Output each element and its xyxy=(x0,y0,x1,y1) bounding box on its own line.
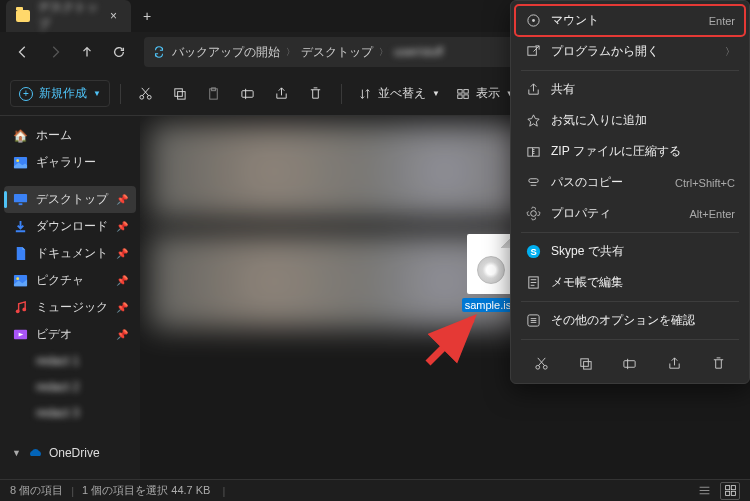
properties-icon xyxy=(525,206,541,222)
ctx-delete-button[interactable] xyxy=(705,349,733,377)
zip-icon xyxy=(525,144,541,160)
view-icon xyxy=(456,87,470,101)
sort-label: 並べ替え xyxy=(378,85,426,102)
details-view-button[interactable] xyxy=(694,482,714,500)
ctx-item-share[interactable]: 共有 xyxy=(515,74,745,105)
svg-point-18 xyxy=(22,308,26,312)
separator xyxy=(521,301,739,302)
svg-point-16 xyxy=(16,277,19,280)
ctx-item-skype[interactable]: S Skype で共有 xyxy=(515,236,745,267)
svg-point-32 xyxy=(543,365,547,369)
svg-rect-13 xyxy=(13,194,26,202)
ctx-item-favorite[interactable]: お気に入りに追加 xyxy=(515,105,745,136)
gallery-icon xyxy=(12,155,28,171)
chevron-down-icon: ▼ xyxy=(432,89,440,98)
close-icon[interactable]: × xyxy=(106,9,121,23)
svg-rect-7 xyxy=(458,89,462,93)
ctx-copy-button[interactable] xyxy=(572,349,600,377)
separator: | xyxy=(71,485,74,497)
mount-icon xyxy=(525,13,541,29)
sidebar-item-home[interactable]: 🏠ホーム xyxy=(4,122,136,149)
breadcrumb-desktop[interactable]: デスクトップ xyxy=(301,44,373,61)
rename-button[interactable] xyxy=(233,79,263,109)
svg-rect-2 xyxy=(175,89,183,97)
back-button[interactable] xyxy=(8,37,38,67)
up-button[interactable] xyxy=(72,37,102,67)
refresh-button[interactable] xyxy=(104,37,134,67)
share-icon xyxy=(525,82,541,98)
svg-point-12 xyxy=(16,159,19,162)
forward-button[interactable] xyxy=(40,37,70,67)
separator xyxy=(521,70,739,71)
pin-icon: 📌 xyxy=(116,248,128,259)
svg-rect-23 xyxy=(527,47,535,55)
home-icon: 🏠 xyxy=(12,128,28,144)
sidebar-item-downloads[interactable]: ダウンロード📌 xyxy=(4,213,136,240)
pin-icon: 📌 xyxy=(116,221,128,232)
sidebar-item-pictures[interactable]: ピクチャ📌 xyxy=(4,267,136,294)
svg-text:S: S xyxy=(530,247,536,257)
ctx-cut-button[interactable] xyxy=(527,349,555,377)
cut-button[interactable] xyxy=(131,79,161,109)
svg-rect-25 xyxy=(528,179,537,183)
sidebar-item-folder[interactable]: redact 1 xyxy=(4,348,136,374)
more-options-icon xyxy=(525,313,541,329)
sidebar-item-documents[interactable]: ドキュメント📌 xyxy=(4,240,136,267)
plus-circle-icon: + xyxy=(19,87,33,101)
sidebar-item-videos[interactable]: ビデオ📌 xyxy=(4,321,136,348)
sidebar-item-music[interactable]: ミュージック📌 xyxy=(4,294,136,321)
breadcrumb-blurred[interactable]: user/stuff xyxy=(394,45,443,59)
sidebar-item-folder[interactable]: redact 3 xyxy=(4,400,136,426)
sort-icon xyxy=(358,87,372,101)
sidebar-item-folder[interactable]: redact 2 xyxy=(4,374,136,400)
ctx-share-button[interactable] xyxy=(660,349,688,377)
svg-rect-8 xyxy=(464,89,468,93)
new-tab-button[interactable]: + xyxy=(131,8,163,24)
svg-rect-10 xyxy=(464,94,468,98)
folder-icon xyxy=(12,405,28,421)
new-button[interactable]: + 新規作成 ▼ xyxy=(10,80,110,107)
ctx-item-zip[interactable]: ZIP ファイルに圧縮する xyxy=(515,136,745,167)
tab-active[interactable]: デスクトップ × xyxy=(6,0,131,32)
delete-button[interactable] xyxy=(301,79,331,109)
svg-rect-34 xyxy=(584,361,592,369)
svg-rect-9 xyxy=(458,94,462,98)
svg-rect-37 xyxy=(731,486,735,490)
ctx-item-notepad[interactable]: メモ帳で編集 xyxy=(515,267,745,298)
ctx-rename-button[interactable] xyxy=(616,349,644,377)
folder-icon xyxy=(16,10,30,22)
tab-title: デスクトップ xyxy=(38,0,98,33)
sidebar-item-gallery[interactable]: ギャラリー xyxy=(4,149,136,176)
pin-icon: 📌 xyxy=(116,194,128,205)
ctx-item-more-options[interactable]: その他のオプションを確認 xyxy=(515,305,745,336)
open-with-icon xyxy=(525,44,541,60)
ctx-item-mount[interactable]: マウント Enter xyxy=(515,5,745,36)
separator xyxy=(341,84,342,104)
notepad-icon xyxy=(525,275,541,291)
copy-button[interactable] xyxy=(165,79,195,109)
icons-view-button[interactable] xyxy=(720,482,740,500)
ctx-item-properties[interactable]: プロパティ Alt+Enter xyxy=(515,198,745,229)
paste-button[interactable] xyxy=(199,79,229,109)
ctx-item-open-with[interactable]: プログラムから開く 〉 xyxy=(515,36,745,67)
chevron-down-icon[interactable]: ▼ xyxy=(12,448,21,458)
chevron-right-icon: 〉 xyxy=(725,45,735,59)
iso-file-icon xyxy=(467,234,515,294)
sidebar-item-desktop[interactable]: デスクトップ📌 xyxy=(4,186,136,213)
folder-icon xyxy=(12,353,28,369)
chevron-right-icon: 〉 xyxy=(286,46,295,59)
chevron-down-icon: ▼ xyxy=(93,89,101,98)
status-count: 8 個の項目 xyxy=(10,483,63,498)
star-icon xyxy=(525,113,541,129)
share-button[interactable] xyxy=(267,79,297,109)
svg-rect-3 xyxy=(178,92,186,100)
sidebar-item-onedrive[interactable]: ▼ OneDrive xyxy=(4,440,136,466)
new-label: 新規作成 xyxy=(39,85,87,102)
sort-button[interactable]: 並べ替え ▼ xyxy=(352,81,446,106)
copy-path-icon xyxy=(525,175,541,191)
svg-point-0 xyxy=(140,95,144,99)
breadcrumb-backup[interactable]: バックアップの開始 xyxy=(172,44,280,61)
ctx-item-copy-path[interactable]: パスのコピー Ctrl+Shift+C xyxy=(515,167,745,198)
separator: | xyxy=(222,485,225,497)
view-label: 表示 xyxy=(476,85,500,102)
